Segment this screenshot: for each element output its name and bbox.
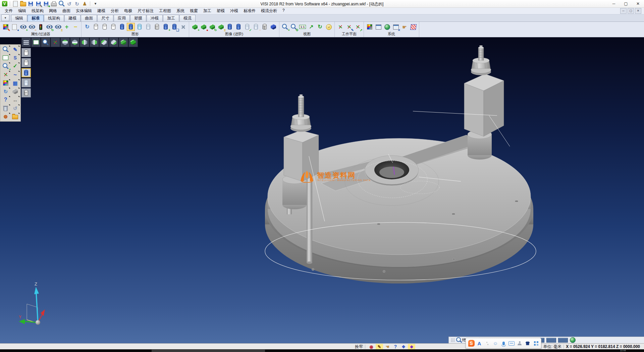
hide-entities-icon[interactable]: − [71, 23, 79, 31]
redo-icon[interactable]: ↻ [73, 1, 80, 7]
entities-add-icon[interactable]: + [191, 23, 199, 31]
workplane-icon[interactable] [336, 23, 344, 31]
dynamic-view-icon[interactable]: ☺ [325, 23, 333, 31]
window-select-icon[interactable] [1, 54, 10, 62]
move-origin-icon[interactable] [1, 71, 10, 79]
tab-编辑[interactable]: 编辑 [11, 15, 27, 21]
menu-item-尺寸标注[interactable]: 尺寸标注 [135, 7, 156, 14]
tab-加工[interactable]: 加工 [163, 15, 179, 21]
view-right-icon[interactable] [90, 38, 99, 47]
menu-item-塑模[interactable]: 塑模 [214, 7, 227, 14]
tab-塑膜[interactable]: 塑膜 [130, 15, 146, 21]
mdi-minimize-button[interactable]: ─ [620, 8, 627, 14]
ucs-box-icon[interactable]: ◆ [408, 344, 415, 349]
ime-lang-icon[interactable]: A [476, 339, 483, 347]
strip-hidden-icon[interactable] [21, 58, 31, 67]
view-back-icon[interactable] [109, 38, 118, 47]
ime-punct-icon[interactable]: ’, [484, 339, 491, 347]
ime-toolbox-icon[interactable] [533, 339, 539, 347]
pan-view-icon[interactable]: ↗ [307, 23, 315, 31]
view-axis-icon[interactable] [51, 38, 60, 47]
filter-add-icon[interactable]: + [19, 23, 27, 31]
modify-attributes-icon[interactable]: ✎ [2, 23, 10, 31]
layer-colors-icon[interactable] [366, 23, 374, 31]
shaded-mode-icon[interactable] [118, 23, 126, 31]
regen-icon[interactable]: ↻ [1, 87, 10, 95]
menu-item-视窗[interactable]: 视窗 [187, 7, 201, 14]
print-preview-icon[interactable] [58, 1, 65, 7]
view-front-icon[interactable] [99, 38, 109, 47]
menu-item-线架构[interactable]: 线架构 [29, 7, 46, 14]
strip-shaded-icon[interactable] [21, 68, 31, 77]
entities-invert-icon[interactable]: ± [217, 23, 225, 31]
refresh-view-icon[interactable]: ↻ [316, 23, 324, 31]
tab-建模[interactable]: 建模 [64, 15, 80, 21]
maximize-button[interactable]: ▢ [620, 0, 632, 7]
mdi-close-button[interactable]: ✕ [635, 8, 641, 14]
redraw-icon[interactable]: ↻ [83, 23, 91, 31]
menu-item-曲面[interactable]: 曲面 [60, 7, 73, 14]
capture-icon[interactable]: ◉ [368, 344, 375, 349]
zoom-in-icon[interactable]: + [281, 23, 289, 31]
render-settings-icon[interactable] [179, 23, 187, 31]
highlight-brush-icon[interactable]: ✎ [376, 344, 383, 349]
zoom-plus-icon[interactable]: + [1, 62, 10, 70]
undo-icon[interactable]: ↺ [66, 1, 73, 7]
ime-skin-icon[interactable] [525, 339, 531, 347]
assembly-icon[interactable]: ❖ [400, 344, 407, 349]
grid-settings-icon[interactable] [409, 23, 417, 31]
menu-item-建模[interactable]: 建模 [95, 7, 108, 14]
shaded-edges-mode-icon[interactable] [127, 23, 135, 31]
tab-标准[interactable]: 标准 [28, 15, 44, 21]
help-icon[interactable]: ? [1, 96, 10, 104]
solid-section-icon[interactable] [226, 23, 234, 31]
menu-item-标准件[interactable]: 标准件 [241, 7, 258, 14]
solid-mesh-icon[interactable] [261, 23, 269, 31]
ime-keyboard-icon[interactable] [508, 339, 515, 347]
table-settings-icon[interactable]: ✕ [392, 23, 400, 31]
confirm-icon[interactable]: ✓ [11, 62, 20, 70]
menu-item-电极[interactable]: 电极 [121, 7, 135, 14]
zoom-scale-icon[interactable]: 1:1 [299, 23, 307, 31]
measure-icon[interactable]: ↔ [11, 96, 20, 104]
view-iso-icon[interactable] [119, 38, 128, 47]
workplane-edit-icon[interactable]: ✎ [345, 23, 353, 31]
layer-manager-icon[interactable] [374, 23, 382, 31]
menu-item-系统[interactable]: 系统 [174, 7, 187, 14]
filter-refresh-icon[interactable]: ↻ [45, 23, 53, 31]
zoom-extents-icon[interactable] [31, 38, 41, 47]
hidden-line-mode-icon[interactable] [101, 23, 109, 31]
new-file-icon[interactable] [12, 1, 19, 7]
solid-validate-icon[interactable]: ✓ [243, 23, 251, 31]
undo-tool-icon[interactable]: ↺ [11, 104, 20, 112]
zoom-dynamic-icon[interactable] [41, 38, 50, 47]
filter-invert-icon[interactable]: ± [54, 23, 62, 31]
mesh-mode-icon[interactable] [153, 23, 161, 31]
world-icon[interactable] [570, 337, 576, 343]
tab-线架构[interactable]: 线架构 [44, 15, 64, 21]
entities-refresh-icon[interactable]: ↻ [208, 23, 216, 31]
history-icon[interactable]: ♟ [81, 1, 88, 7]
tab-尺寸[interactable]: 尺寸 [97, 15, 113, 21]
status-search-icon[interactable] [456, 337, 462, 343]
toolbar-options-dropdown[interactable]: ▾ [92, 1, 99, 7]
selection-options-icon[interactable]: ☛ [400, 23, 409, 31]
visi-logo[interactable]: V [1, 1, 8, 7]
mdi-restore-button[interactable]: ▢ [628, 8, 634, 14]
menu-item-工程图[interactable]: 工程图 [156, 7, 174, 14]
wireframe-mode-icon[interactable] [92, 23, 100, 31]
save-all-icon[interactable]: ➜ [43, 1, 50, 7]
menu-item-?[interactable]: ? [280, 7, 287, 14]
open-file-icon[interactable] [19, 1, 26, 7]
window-layout-icon[interactable]: ▦ [11, 79, 20, 87]
picker-icon[interactable]: ☚ [384, 344, 391, 349]
workplane-align-icon[interactable]: ➚ [354, 23, 362, 31]
close-button[interactable]: ✕ [632, 0, 644, 7]
print-icon[interactable] [50, 1, 57, 7]
strip-mesh-icon[interactable] [21, 88, 31, 97]
show-entities-icon[interactable]: + [63, 23, 71, 31]
curve-edit-icon[interactable]: S [11, 54, 20, 62]
system-settings-icon[interactable] [383, 23, 391, 31]
shade-copy-icon[interactable]: ❏ [170, 23, 178, 31]
viewport-3d[interactable]: Z Y ✎S+✓~▦↻?↔↺☸ 智造资料网 INTELLIGENT MANUFA… [0, 37, 644, 343]
